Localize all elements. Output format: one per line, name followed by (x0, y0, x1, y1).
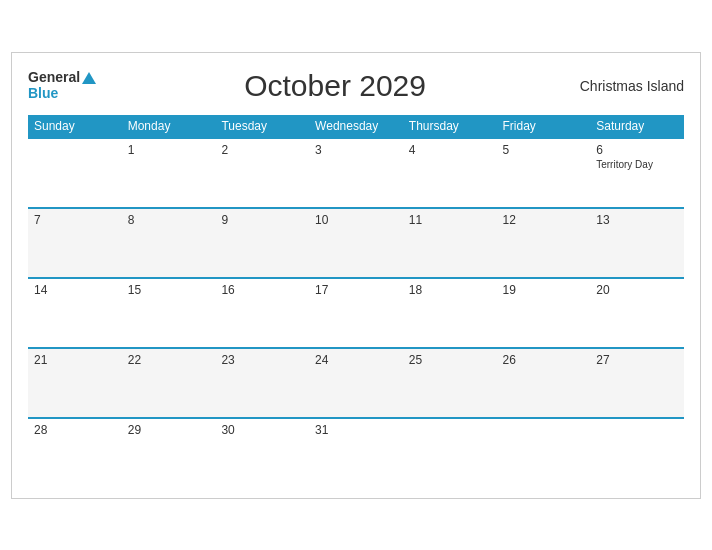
calendar-cell: 27 (590, 348, 684, 418)
calendar-cell: 16 (215, 278, 309, 348)
day-number: 20 (596, 283, 678, 297)
weekday-header-monday: Monday (122, 115, 216, 138)
calendar-cell (497, 418, 591, 488)
calendar-cell: 24 (309, 348, 403, 418)
weekday-header-tuesday: Tuesday (215, 115, 309, 138)
week-row-1: 123456Territory Day (28, 138, 684, 208)
calendar-cell: 11 (403, 208, 497, 278)
calendar-cell: 21 (28, 348, 122, 418)
day-number: 19 (503, 283, 585, 297)
day-number: 10 (315, 213, 397, 227)
calendar-cell: 28 (28, 418, 122, 488)
calendar-cell: 4 (403, 138, 497, 208)
day-number: 5 (503, 143, 585, 157)
day-number: 6 (596, 143, 678, 157)
calendar-header: General Blue October 2029 Christmas Isla… (28, 69, 684, 103)
calendar-cell: 18 (403, 278, 497, 348)
day-number: 16 (221, 283, 303, 297)
calendar-cell: 12 (497, 208, 591, 278)
calendar-cell: 5 (497, 138, 591, 208)
calendar-cell (403, 418, 497, 488)
calendar-cell (28, 138, 122, 208)
calendar-cell (590, 418, 684, 488)
week-row-2: 78910111213 (28, 208, 684, 278)
day-number: 8 (128, 213, 210, 227)
day-number: 18 (409, 283, 491, 297)
calendar-cell: 6Territory Day (590, 138, 684, 208)
day-number: 30 (221, 423, 303, 437)
day-event: Territory Day (596, 159, 678, 170)
calendar-cell: 19 (497, 278, 591, 348)
weekday-header-friday: Friday (497, 115, 591, 138)
calendar-cell: 23 (215, 348, 309, 418)
week-row-5: 28293031 (28, 418, 684, 488)
day-number: 1 (128, 143, 210, 157)
logo-top: General (28, 70, 96, 85)
day-number: 13 (596, 213, 678, 227)
day-number: 4 (409, 143, 491, 157)
day-number: 15 (128, 283, 210, 297)
calendar-cell: 17 (309, 278, 403, 348)
calendar-cell: 9 (215, 208, 309, 278)
day-number: 27 (596, 353, 678, 367)
day-number: 31 (315, 423, 397, 437)
day-number: 25 (409, 353, 491, 367)
calendar-cell: 25 (403, 348, 497, 418)
logo-triangle-icon (82, 72, 96, 84)
day-number: 26 (503, 353, 585, 367)
weekday-header-row: SundayMondayTuesdayWednesdayThursdayFrid… (28, 115, 684, 138)
calendar-title: October 2029 (96, 69, 574, 103)
calendar-cell: 29 (122, 418, 216, 488)
calendar-cell: 8 (122, 208, 216, 278)
calendar-cell: 2 (215, 138, 309, 208)
calendar-cell: 26 (497, 348, 591, 418)
calendar-cell: 30 (215, 418, 309, 488)
calendar-subtitle: Christmas Island (574, 78, 684, 94)
day-number: 2 (221, 143, 303, 157)
day-number: 29 (128, 423, 210, 437)
logo: General Blue (28, 70, 96, 101)
week-row-3: 14151617181920 (28, 278, 684, 348)
day-number: 7 (34, 213, 116, 227)
day-number: 21 (34, 353, 116, 367)
calendar-cell: 14 (28, 278, 122, 348)
day-number: 24 (315, 353, 397, 367)
week-row-4: 21222324252627 (28, 348, 684, 418)
calendar-cell: 10 (309, 208, 403, 278)
day-number: 28 (34, 423, 116, 437)
day-number: 22 (128, 353, 210, 367)
calendar-container: General Blue October 2029 Christmas Isla… (11, 52, 701, 499)
day-number: 3 (315, 143, 397, 157)
day-number: 11 (409, 213, 491, 227)
weekday-header-wednesday: Wednesday (309, 115, 403, 138)
calendar-cell: 3 (309, 138, 403, 208)
weekday-header-thursday: Thursday (403, 115, 497, 138)
day-number: 14 (34, 283, 116, 297)
day-number: 9 (221, 213, 303, 227)
day-number: 12 (503, 213, 585, 227)
calendar-cell: 22 (122, 348, 216, 418)
calendar-grid: SundayMondayTuesdayWednesdayThursdayFrid… (28, 115, 684, 488)
weekday-header-saturday: Saturday (590, 115, 684, 138)
logo-bottom: Blue (28, 86, 96, 101)
calendar-cell: 13 (590, 208, 684, 278)
weekday-header-sunday: Sunday (28, 115, 122, 138)
calendar-cell: 7 (28, 208, 122, 278)
day-number: 23 (221, 353, 303, 367)
day-number: 17 (315, 283, 397, 297)
calendar-cell: 1 (122, 138, 216, 208)
calendar-cell: 31 (309, 418, 403, 488)
calendar-cell: 20 (590, 278, 684, 348)
calendar-cell: 15 (122, 278, 216, 348)
